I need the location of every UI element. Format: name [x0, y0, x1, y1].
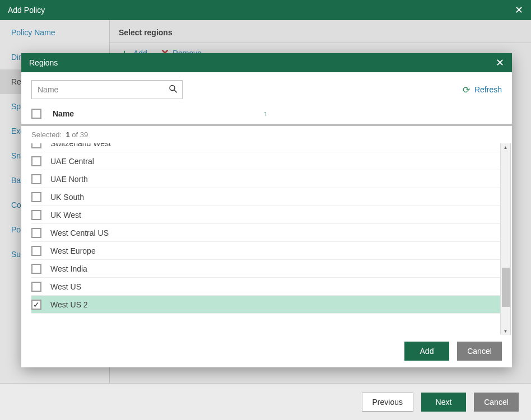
sort-ascending-icon[interactable]: ↑ — [263, 110, 267, 118]
scroll-down-icon[interactable]: ▼ — [501, 327, 510, 335]
region-row[interactable]: West Europe — [31, 242, 500, 260]
region-row[interactable]: UK West — [31, 206, 500, 224]
column-header-name[interactable]: Name — [53, 109, 254, 118]
region-name: UAE Central — [50, 157, 94, 166]
refresh-button[interactable]: ⟳ Refresh — [463, 85, 502, 95]
close-icon[interactable]: ✕ — [515, 4, 523, 16]
regions-modal: Regions ✕ ⟳ Refresh Name ↑ Selected: 1 o… — [21, 53, 512, 367]
region-checkbox[interactable] — [31, 143, 41, 148]
scrollbar[interactable]: ▲ ▼ — [500, 143, 510, 335]
regions-header: Regions ✕ — [21, 53, 512, 72]
region-checkbox[interactable] — [31, 192, 41, 202]
region-name: UK West — [50, 211, 81, 220]
selected-number: 1 — [66, 130, 69, 139]
selected-total: of 39 — [72, 130, 88, 139]
search-input[interactable] — [31, 80, 183, 99]
region-list: Switzerland West UAE Central UAE North U… — [31, 143, 511, 335]
region-name: West US — [50, 282, 81, 291]
region-list-scroll[interactable]: Switzerland West UAE Central UAE North U… — [31, 143, 500, 335]
regions-title: Regions — [29, 58, 58, 67]
region-checkbox[interactable] — [31, 210, 41, 220]
region-row[interactable]: West US — [31, 278, 500, 296]
next-button[interactable]: Next — [421, 393, 466, 412]
refresh-icon: ⟳ — [463, 85, 470, 95]
region-name: UAE North — [50, 175, 88, 184]
scroll-up-icon[interactable]: ▲ — [501, 143, 510, 151]
region-checkbox[interactable] — [31, 228, 41, 238]
region-name: West US 2 — [50, 300, 88, 309]
region-row[interactable]: Switzerland West — [31, 143, 500, 152]
region-name: UK South — [50, 193, 84, 202]
region-row[interactable]: West India — [31, 260, 500, 278]
region-name: West Central US — [50, 228, 109, 237]
add-policy-title: Add Policy — [8, 6, 45, 15]
previous-button[interactable]: Previous — [362, 393, 413, 412]
region-checkbox[interactable] — [31, 174, 41, 184]
region-name: West Europe — [50, 246, 96, 255]
grid-header: Name ↑ — [21, 104, 512, 126]
regions-cancel-button[interactable]: Cancel — [457, 342, 502, 361]
regions-footer: Add Cancel — [21, 335, 512, 367]
select-all-checkbox[interactable] — [31, 109, 41, 119]
region-checkbox[interactable] — [31, 264, 41, 274]
region-name: West India — [50, 264, 87, 273]
region-row[interactable]: UAE Central — [31, 152, 500, 170]
scrollbar-thumb[interactable] — [502, 268, 510, 307]
search-field-wrap — [31, 80, 183, 99]
add-policy-footer: Previous Next Cancel — [0, 383, 531, 420]
regions-add-button[interactable]: Add — [404, 342, 449, 361]
region-row[interactable]: ✓ West US 2 — [31, 296, 500, 314]
region-checkbox[interactable] — [31, 282, 41, 292]
add-policy-header: Add Policy ✕ — [0, 0, 531, 20]
selection-summary: Selected: 1 of 39 — [21, 126, 512, 143]
region-name: Switzerland West — [50, 143, 111, 148]
region-row[interactable]: UK South — [31, 188, 500, 206]
regions-top-bar: ⟳ Refresh — [21, 72, 512, 104]
selected-label: Selected: — [31, 130, 62, 139]
cancel-button[interactable]: Cancel — [474, 393, 519, 412]
region-row[interactable]: UAE North — [31, 170, 500, 188]
refresh-label: Refresh — [474, 85, 502, 94]
region-checkbox[interactable]: ✓ — [31, 300, 41, 310]
region-checkbox[interactable] — [31, 156, 41, 166]
region-checkbox[interactable] — [31, 246, 41, 256]
regions-close-icon[interactable]: ✕ — [496, 57, 504, 69]
region-row[interactable]: West Central US — [31, 224, 500, 242]
